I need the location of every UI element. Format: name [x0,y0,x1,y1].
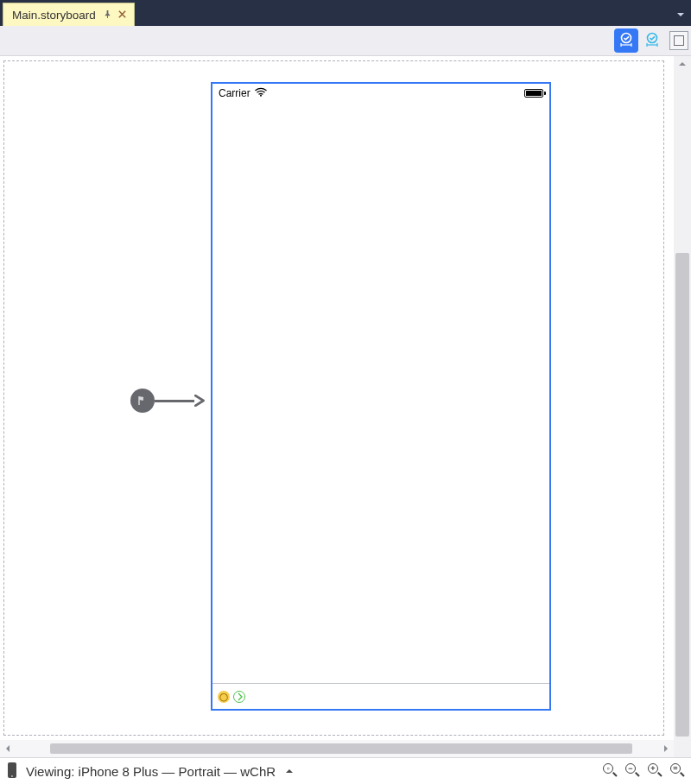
scene-dock[interactable]: ◯ [212,683,549,709]
first-responder-icon[interactable] [233,691,245,703]
zoom-out-button[interactable]: − [625,763,641,779]
scroll-up-arrow-icon[interactable] [674,56,691,72]
wifi-icon [255,87,267,99]
svg-rect-3 [8,762,16,778]
zoom-controls: ▫ − + = [603,763,686,779]
tab-overflow-dropdown-icon[interactable] [675,8,686,23]
expand-viewing-icon[interactable] [284,764,295,779]
horizontal-scroll-track[interactable] [16,740,658,757]
pin-icon[interactable] [103,9,112,22]
entry-arrow [155,399,206,402]
svg-point-5 [11,775,13,777]
scroll-right-arrow-icon[interactable] [658,740,674,757]
viewing-info[interactable]: Viewing: iPhone 8 Plus — Portrait — wChR [26,764,276,779]
viewing-size-class: wChR [240,764,276,779]
constraints-resolve-button[interactable] [614,28,638,53]
vertical-scroll-thumb[interactable] [675,253,689,737]
toggle-bounds-rectangles-button[interactable] [669,31,688,50]
scroll-left-arrow-icon[interactable] [0,740,16,757]
document-tab-bar: Main.storyboard [0,0,691,26]
phone-icon[interactable] [7,762,17,781]
vertical-scroll-track[interactable] [674,72,691,724]
simulated-device-frame[interactable]: Carrier ◯ [211,82,551,711]
flag-icon [136,395,149,407]
editor-root: Main.storyboard [0,0,691,784]
initial-view-controller-indicator[interactable] [130,389,155,413]
viewing-device: iPhone 8 Plus [79,764,159,779]
viewing-prefix: Viewing: [26,764,74,779]
document-tab-main-storyboard[interactable]: Main.storyboard [3,3,135,26]
zoom-to-fit-button[interactable]: ▫ [603,763,618,779]
svg-rect-4 [10,764,16,775]
constraints-update-button[interactable] [640,28,664,53]
carrier-label: Carrier [219,87,250,99]
zoom-actual-button[interactable]: = [670,763,686,779]
storyboard-toolbar [0,26,691,56]
battery-icon [524,89,543,98]
view-controller-root-view[interactable] [212,102,549,683]
storyboard-canvas[interactable]: Carrier ◯ [0,56,691,757]
viewing-orientation: Portrait [179,764,220,779]
svg-point-2 [260,94,262,96]
svg-point-1 [648,34,657,43]
status-bar: Viewing: iPhone 8 Plus — Portrait — wChR… [0,757,691,784]
horizontal-scrollbar[interactable] [0,740,691,757]
device-status-bar: Carrier [212,84,549,102]
close-icon[interactable] [117,9,127,22]
scroll-corner [674,740,691,757]
horizontal-scroll-thumb[interactable] [50,743,632,754]
zoom-in-button[interactable]: + [648,763,663,779]
vertical-scrollbar[interactable] [674,56,691,740]
tab-title: Main.storyboard [12,9,96,22]
svg-point-0 [622,34,631,43]
view-controller-icon[interactable]: ◯ [218,691,230,703]
